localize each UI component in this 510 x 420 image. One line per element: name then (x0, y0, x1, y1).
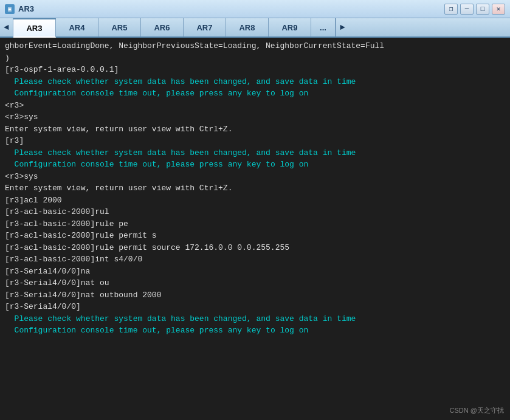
window-title: AR3 (18, 4, 444, 13)
terminal-line: Configuration console time out, please p… (5, 325, 505, 337)
app-icon: ▣ (5, 4, 15, 14)
terminal-line: ) (5, 52, 505, 64)
terminal-line: [r3-Serial4/0/0]nat outbound 2000 (5, 289, 505, 301)
terminal-line: [r3]acl 2000 (5, 195, 505, 207)
tab-ar9[interactable]: AR9 (269, 18, 311, 36)
terminal-line: <r3>sys (5, 171, 505, 183)
terminal-line: [r3-Serial4/0/0] (5, 301, 505, 313)
terminal-line: <r3> (5, 100, 505, 112)
terminal-line: Configuration console time out, please p… (5, 159, 505, 171)
terminal-line: Enter system view, return user view with… (5, 123, 505, 136)
tab-ar6[interactable]: AR6 (141, 18, 184, 36)
terminal-line: [r3-acl-basic-2000]rule permit s (5, 230, 505, 242)
terminal-line: [r3-acl-basic-2000]rule pe (5, 218, 505, 230)
terminal-line: [r3-ospf-1-area-0.0.0.1] (5, 64, 505, 76)
window-controls: ❐ ─ □ ✕ (444, 4, 505, 15)
terminal-line: [r3-acl-basic-2000]rul (5, 206, 505, 218)
tab-more[interactable]: ... (311, 18, 336, 36)
tab-ar4[interactable]: AR4 (56, 18, 98, 36)
terminal-line: Configuration console time out, please p… (5, 88, 505, 100)
terminal-line: [r3-Serial4/0/0]na (5, 266, 505, 278)
watermark: CSDN @天之守扰 (450, 406, 504, 415)
minimize-button[interactable]: ─ (460, 4, 474, 15)
tab-ar3[interactable]: AR3 (13, 18, 56, 38)
terminal-line: Enter system view, return user view with… (5, 182, 505, 195)
tab-right-arrow[interactable]: ► (336, 18, 349, 36)
terminal-line: [r3] (5, 135, 505, 147)
tab-ar5[interactable]: AR5 (98, 18, 141, 36)
terminal-line: Please check whether system data has bee… (5, 76, 505, 88)
terminal-line: [r3-acl-basic-2000]rule permit source 17… (5, 242, 505, 254)
tab-ar8[interactable]: AR8 (226, 18, 269, 36)
maximize-button[interactable]: □ (476, 4, 489, 15)
terminal-line: <r3>sys (5, 111, 505, 123)
title-bar: ▣ AR3 ❐ ─ □ ✕ (0, 0, 510, 18)
close-button[interactable]: ✕ (492, 4, 505, 15)
main-area: ghborEvent=LoadingDone, NeighborPrevious… (0, 38, 510, 420)
tab-ar7[interactable]: AR7 (184, 18, 226, 36)
tab-bar: ◄ AR3 AR4 AR5 AR6 AR7 AR8 AR9 ... ► (0, 18, 510, 38)
terminal-line: [r3-acl-basic-2000]int s4/0/0 (5, 253, 505, 266)
terminal-output[interactable]: ghborEvent=LoadingDone, NeighborPrevious… (0, 38, 510, 420)
restore-button[interactable]: ❐ (444, 4, 458, 15)
tab-left-arrow[interactable]: ◄ (0, 18, 13, 36)
terminal-line: Please check whether system data has bee… (5, 147, 505, 159)
terminal-line: [r3-Serial4/0/0]nat ou (5, 277, 505, 289)
terminal-line: Please check whether system data has bee… (5, 313, 505, 325)
terminal-line: ghborEvent=LoadingDone, NeighborPrevious… (5, 40, 505, 52)
